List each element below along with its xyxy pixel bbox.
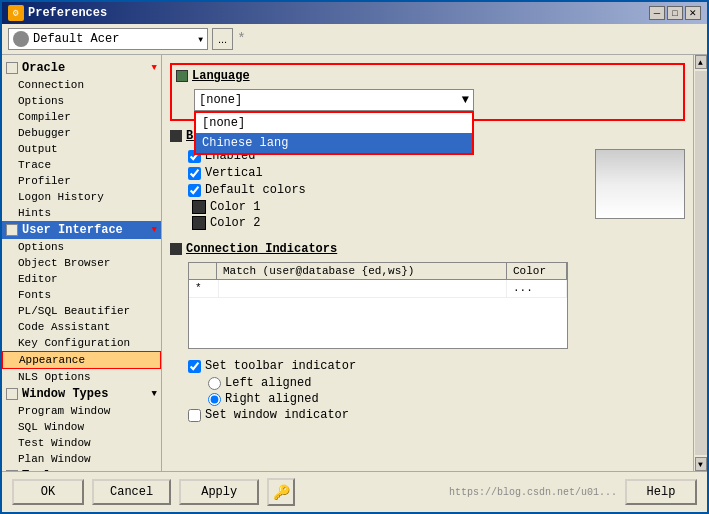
set-toolbar-label: Set toolbar indicator <box>205 359 356 373</box>
ok-button[interactable]: OK <box>12 479 84 505</box>
minimize-button[interactable]: ─ <box>649 6 665 20</box>
table-row[interactable]: * ... <box>189 280 567 298</box>
maximize-button[interactable]: □ <box>667 6 683 20</box>
sidebar-item-hints[interactable]: Hints <box>2 205 161 221</box>
title-bar-buttons: ─ □ ✕ <box>649 6 701 20</box>
language-option-chinese[interactable]: Chinese lang <box>196 133 472 153</box>
preferences-window: ⚙ Preferences ─ □ ✕ Default Acer ▼ ... * <box>0 0 709 514</box>
language-dropdown-container: [none] ▼ [none] Chinese lang <box>194 89 474 111</box>
sidebar-item-compiler[interactable]: Compiler <box>2 109 161 125</box>
bg-section-inner: Enabled Vertical Default colors <box>188 149 685 232</box>
sidebar-item-sql-window[interactable]: SQL Window <box>2 419 161 435</box>
expand-icon <box>6 62 18 74</box>
default-colors-row: Default colors <box>188 183 575 197</box>
language-dropdown-list: [none] Chinese lang <box>194 111 474 155</box>
language-option-none[interactable]: [none] <box>196 113 472 133</box>
main-content: Oracle ▼ Connection Options Compiler Deb… <box>2 55 707 471</box>
ci-col-match: Match (user@database {ed,ws}) <box>217 263 507 279</box>
sidebar-item-connection[interactable]: Connection <box>2 77 161 93</box>
sidebar-item-program-window[interactable]: Program Window <box>2 403 161 419</box>
profile-icon <box>13 31 29 47</box>
sidebar-item-label: Oracle <box>22 61 65 75</box>
scrollbar-track: ▲ ▼ <box>693 55 707 471</box>
more-button[interactable]: ... <box>212 28 233 50</box>
wt-expand-icon <box>6 388 18 400</box>
sidebar-item-label: User Interface <box>22 223 123 237</box>
vertical-checkbox[interactable] <box>188 167 201 180</box>
sidebar-item-plsql-beautifier[interactable]: PL/SQL Beautifier <box>2 303 161 319</box>
sidebar-item-key-configuration[interactable]: Key Configuration <box>2 335 161 351</box>
sidebar-item-trace[interactable]: Trace <box>2 157 161 173</box>
ci-col-marker <box>189 263 217 279</box>
sidebar-item-editor[interactable]: Editor <box>2 271 161 287</box>
sidebar-item-output[interactable]: Output <box>2 141 161 157</box>
vertical-row: Vertical <box>188 166 575 180</box>
scroll-up-button[interactable]: ▲ <box>695 55 707 69</box>
color2-square <box>192 216 206 230</box>
set-toolbar-checkbox[interactable] <box>188 360 201 373</box>
language-header: Language <box>176 69 679 83</box>
bottom-buttons-left: OK Cancel Apply 🔑 <box>12 478 295 506</box>
default-colors-label: Default colors <box>205 183 306 197</box>
language-section-bordered: Language [none] ▼ [none] Chinese lang <box>170 63 685 121</box>
color1-square <box>192 200 206 214</box>
color1-label: Color 1 <box>210 200 260 214</box>
row-color: ... <box>507 280 567 297</box>
sidebar-item-plan-window[interactable]: Plan Window <box>2 451 161 467</box>
bg-gradient-content: Enabled Vertical Default colors <box>170 149 685 232</box>
left-aligned-radio[interactable] <box>208 377 221 390</box>
right-aligned-label: Right aligned <box>225 392 319 406</box>
set-toolbar-row: Set toolbar indicator <box>188 359 685 373</box>
language-current-value: [none] <box>199 93 242 107</box>
sidebar-item-options[interactable]: Options <box>2 93 161 109</box>
toolbar-indicator-content: Set toolbar indicator Left aligned Right… <box>170 359 685 422</box>
sidebar-item-test-window[interactable]: Test Window <box>2 435 161 451</box>
language-dropdown-arrow: ▼ <box>462 93 469 107</box>
title-bar: ⚙ Preferences ─ □ ✕ <box>2 2 707 24</box>
profile-dropdown[interactable]: Default Acer ▼ <box>8 28 208 50</box>
scroll-down-button[interactable]: ▼ <box>695 457 707 471</box>
sidebar-item-logon-history[interactable]: Logon History <box>2 189 161 205</box>
sidebar-item-nls-options[interactable]: NLS Options <box>2 369 161 385</box>
star-icon: * <box>237 31 245 47</box>
right-aligned-row: Right aligned <box>188 392 685 406</box>
set-window-checkbox[interactable] <box>188 409 201 422</box>
sidebar-item-profiler[interactable]: Profiler <box>2 173 161 189</box>
ci-table-header: Match (user@database {ed,ws}) Color <box>189 263 567 280</box>
sidebar-item-object-browser[interactable]: Object Browser <box>2 255 161 271</box>
language-content: [none] ▼ [none] Chinese lang <box>176 89 679 111</box>
sidebar-item-fonts[interactable]: Fonts <box>2 287 161 303</box>
connection-indicators-section: Connection Indicators Match (user@databa… <box>170 242 685 349</box>
info-button[interactable]: 🔑 <box>267 478 295 506</box>
sidebar-item-ui-options[interactable]: Options <box>2 239 161 255</box>
title-bar-left: ⚙ Preferences <box>8 5 107 21</box>
sidebar-item-user-interface[interactable]: User Interface ▼ <box>2 221 161 239</box>
ui-expand-icon <box>6 224 18 236</box>
sidebar-item-appearance[interactable]: Appearance <box>2 351 161 369</box>
color2-label: Color 2 <box>210 216 260 230</box>
sidebar-item-window-types[interactable]: Window Types ▼ <box>2 385 161 403</box>
color1-row: Color 1 <box>188 200 575 214</box>
sidebar-item-label: Window Types <box>22 387 108 401</box>
sidebar-item-debugger[interactable]: Debugger <box>2 125 161 141</box>
right-aligned-radio[interactable] <box>208 393 221 406</box>
sidebar-item-oracle[interactable]: Oracle ▼ <box>2 59 161 77</box>
help-button[interactable]: Help <box>625 479 697 505</box>
profile-name: Default Acer <box>33 32 119 46</box>
table-empty-area <box>189 298 567 348</box>
color2-row: Color 2 <box>188 216 575 230</box>
language-select[interactable]: [none] ▼ <box>194 89 474 111</box>
sidebar-item-code-assistant[interactable]: Code Assistant <box>2 319 161 335</box>
left-aligned-label: Left aligned <box>225 376 311 390</box>
apply-button[interactable]: Apply <box>179 479 259 505</box>
ci-dot <box>170 243 182 255</box>
window-body: Default Acer ▼ ... * Oracle ▼ Connection… <box>2 24 707 512</box>
watermark-text: https://blog.csdn.net/u01... <box>449 487 617 498</box>
close-button[interactable]: ✕ <box>685 6 701 20</box>
scroll-thumb[interactable] <box>695 71 707 455</box>
left-aligned-row: Left aligned <box>188 376 685 390</box>
sidebar: Oracle ▼ Connection Options Compiler Deb… <box>2 55 162 471</box>
cancel-button[interactable]: Cancel <box>92 479 171 505</box>
default-colors-checkbox[interactable] <box>188 184 201 197</box>
info-icon: 🔑 <box>273 484 290 501</box>
